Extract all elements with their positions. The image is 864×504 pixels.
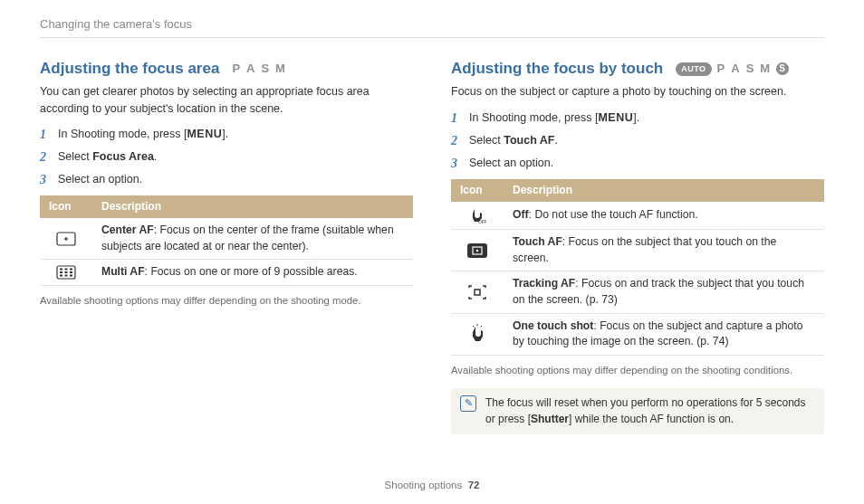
step-2: 2 Select Touch AF.	[451, 132, 824, 150]
step-text: Select Touch AF.	[469, 132, 558, 150]
th-desc: Description	[92, 195, 413, 218]
svg-rect-12	[70, 275, 72, 277]
table-row: OFF Off: Do not use the touch AF functio…	[451, 202, 824, 230]
step-number: 3	[40, 171, 51, 189]
mode-s: S	[746, 61, 755, 78]
mode-indicators: P A S M	[232, 61, 286, 78]
note-text: The focus will reset when you perform no…	[485, 395, 815, 427]
step-text: Select an option.	[58, 171, 142, 189]
menu-button-label: MENU	[187, 128, 222, 140]
table-row: Multi AF: Focus on one or more of 9 poss…	[40, 260, 413, 286]
svg-line-20	[481, 326, 483, 328]
focus-area-table: IconDescription Center AF: Focus on the …	[40, 195, 413, 286]
left-column: Adjusting the focus area P A S M You can…	[40, 58, 413, 434]
table-row: One touch shot: Focus on the subject and…	[451, 313, 824, 355]
breadcrumb: Changing the camera's focus	[40, 16, 824, 33]
center-af-icon	[56, 232, 76, 246]
step-2: 2 Select Focus Area.	[40, 148, 413, 166]
intro-text: Focus on the subject or capture a photo …	[451, 83, 824, 100]
note-box: ✎ The focus will reset when you perform …	[451, 388, 824, 434]
mode-p: P	[717, 61, 726, 78]
mode-indicators: AUTO P A S M S	[676, 61, 789, 78]
mode-m: M	[275, 61, 286, 78]
footnote: Available shooting options may differ de…	[40, 293, 413, 308]
step-3: 3 Select an option.	[451, 155, 824, 173]
section-title-focus-touch: Adjusting the focus by touch AUTO P A S …	[451, 58, 824, 81]
title-text: Adjusting the focus by touch	[451, 58, 663, 81]
header-rule	[40, 37, 824, 38]
step-number: 2	[40, 148, 51, 166]
footnote: Available shooting options may differ de…	[451, 363, 824, 377]
table-row: Center AF: Focus on the center of the fr…	[40, 218, 413, 260]
tracking-af-icon	[467, 284, 487, 300]
section-title-focus-area: Adjusting the focus area P A S M	[40, 58, 413, 81]
th-icon: Icon	[451, 179, 504, 202]
svg-rect-6	[70, 269, 72, 271]
th-desc: Description	[504, 179, 824, 202]
cell-desc: One touch shot: Focus on the subject and…	[504, 313, 824, 355]
table-row: Tracking AF: Focus on and track the subj…	[451, 271, 824, 313]
multi-af-icon	[56, 265, 76, 280]
mode-s-pill: S	[776, 62, 789, 75]
svg-rect-11	[65, 275, 68, 277]
step-3: 3 Select an option.	[40, 171, 413, 189]
step-1: 1 In Shooting mode, press [MENU].	[451, 109, 824, 128]
step-text: Select an option.	[469, 155, 553, 173]
step-number: 2	[451, 132, 462, 150]
mode-a: A	[731, 61, 740, 78]
mode-auto-pill: AUTO	[676, 62, 711, 76]
step-text: In Shooting mode, press [MENU].	[469, 109, 639, 128]
mode-s: S	[261, 61, 270, 78]
step-number: 3	[451, 155, 462, 173]
svg-point-16	[476, 249, 478, 251]
cell-desc: Touch AF: Focus on the subject that you …	[504, 229, 824, 271]
touch-af-table: IconDescription OFF Off: Do not use the …	[451, 179, 824, 357]
menu-button-label: MENU	[598, 111, 633, 124]
svg-rect-8	[65, 271, 68, 273]
mode-m: M	[760, 61, 771, 78]
touch-off-icon: OFF	[468, 206, 486, 224]
step-number: 1	[451, 109, 462, 128]
mode-a: A	[246, 61, 255, 78]
intro-text: You can get clearer photos by selecting …	[40, 83, 413, 116]
page-footer: Shooting options 72	[0, 478, 864, 493]
svg-rect-7	[60, 271, 62, 273]
th-icon: Icon	[40, 195, 92, 218]
cell-desc: Tracking AF: Focus on and track the subj…	[504, 271, 824, 313]
one-touch-shot-icon	[468, 324, 486, 344]
step-text: Select Focus Area.	[58, 148, 157, 166]
cell-desc: Off: Do not use the touch AF function.	[504, 202, 824, 230]
note-icon: ✎	[460, 395, 476, 412]
cell-desc: Center AF: Focus on the center of the fr…	[92, 218, 413, 260]
mode-p: P	[232, 61, 241, 78]
cell-desc: Multi AF: Focus on one or more of 9 poss…	[92, 260, 413, 286]
svg-line-19	[473, 326, 475, 328]
step-text: In Shooting mode, press [MENU].	[58, 126, 228, 144]
svg-text:OFF: OFF	[478, 219, 486, 224]
touch-af-icon	[466, 242, 488, 259]
title-text: Adjusting the focus area	[40, 58, 219, 81]
svg-rect-17	[475, 290, 480, 295]
svg-rect-5	[65, 269, 68, 271]
right-column: Adjusting the focus by touch AUTO P A S …	[451, 58, 824, 434]
svg-rect-4	[60, 269, 62, 271]
step-number: 1	[40, 126, 51, 144]
step-1: 1 In Shooting mode, press [MENU].	[40, 126, 413, 144]
svg-rect-10	[60, 275, 62, 277]
svg-rect-9	[70, 271, 72, 273]
table-row: Touch AF: Focus on the subject that you …	[451, 229, 824, 271]
